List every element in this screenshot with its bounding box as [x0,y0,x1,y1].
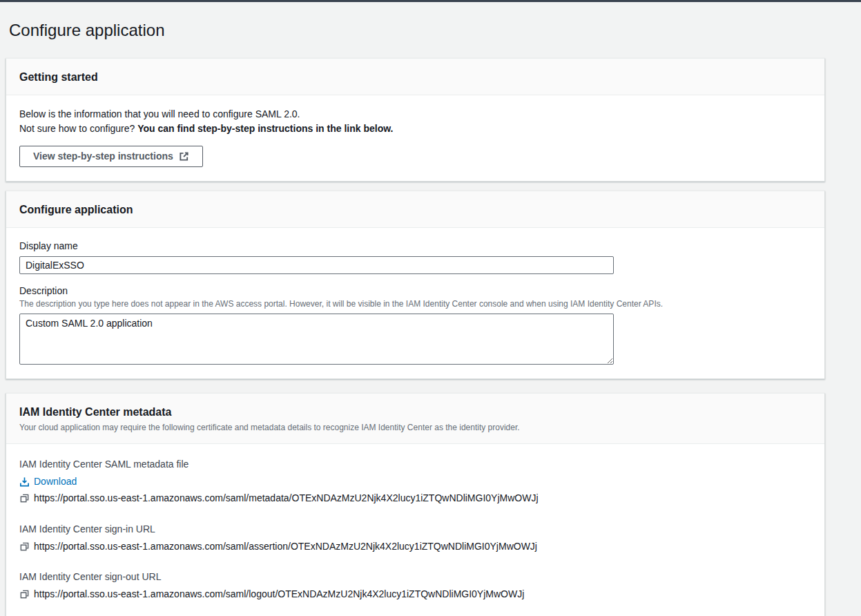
configure-application-title: Configure application [19,203,811,217]
sign-out-url: https://portal.sso.us-east-1.amazonaws.c… [34,588,524,600]
configure-application-header: Configure application [6,191,824,228]
getting-started-line1: Below is the information that you will n… [19,107,811,122]
saml-metadata-file-label: IAM Identity Center SAML metadata file [19,458,811,470]
metadata-row-sign-in-url: IAM Identity Center sign-in URL https://… [19,523,811,552]
line2-bold: You can find step-by-step instructions i… [137,123,393,134]
view-instructions-label: View step-by-step instructions [33,150,173,162]
metadata-row-saml-metadata-file: IAM Identity Center SAML metadata file D… [19,458,811,504]
description-help-text: The description you type here does not a… [19,298,811,309]
metadata-header: IAM Identity Center metadata Your cloud … [6,394,824,444]
download-icon [19,477,30,487]
getting-started-panel: Getting started Below is the information… [6,58,825,182]
getting-started-header: Getting started [6,59,824,95]
content-area: Getting started Below is the information… [0,52,861,616]
sign-in-url-line: https://portal.sso.us-east-1.amazonaws.c… [19,540,811,552]
saml-metadata-file-download-link[interactable]: Download [34,475,77,488]
description-textarea[interactable]: Custom SAML 2.0 application [19,314,614,365]
line2-normal: Not sure how to configure? [19,123,137,134]
sign-out-url-label: IAM Identity Center sign-out URL [19,570,811,583]
copy-icon[interactable] [19,541,30,552]
metadata-subtitle: Your cloud application may require the f… [19,422,811,433]
metadata-body: IAM Identity Center SAML metadata file D… [6,444,824,616]
description-label: Description [19,285,811,297]
getting-started-title: Getting started [19,70,811,84]
saml-metadata-file-url: https://portal.sso.us-east-1.amazonaws.c… [34,492,539,504]
copy-icon[interactable] [19,493,30,503]
saml-metadata-file-url-line: https://portal.sso.us-east-1.amazonaws.c… [19,492,811,504]
view-instructions-button[interactable]: View step-by-step instructions [19,146,203,167]
page-title: Configure application [0,13,861,41]
metadata-title: IAM Identity Center metadata [19,405,811,419]
copy-icon[interactable] [19,589,30,599]
sign-in-url: https://portal.sso.us-east-1.amazonaws.c… [34,540,537,552]
configure-application-body: Display name Description The description… [6,228,824,378]
sign-in-url-label: IAM Identity Center sign-in URL [19,523,811,535]
sign-out-url-line: https://portal.sso.us-east-1.amazonaws.c… [19,588,811,600]
metadata-row-sign-out-url: IAM Identity Center sign-out URL https:/… [19,570,811,600]
configure-application-panel: Configure application Display name Descr… [6,191,825,379]
external-link-icon [179,151,189,162]
display-name-input[interactable] [19,256,614,274]
display-name-label: Display name [19,240,811,252]
saml-metadata-file-download[interactable]: Download [19,475,811,488]
metadata-panel: IAM Identity Center metadata Your cloud … [6,393,825,616]
getting-started-line2: Not sure how to configure? You can find … [19,122,811,136]
getting-started-body: Below is the information that you will n… [6,95,824,181]
console-top-border [0,0,861,2]
